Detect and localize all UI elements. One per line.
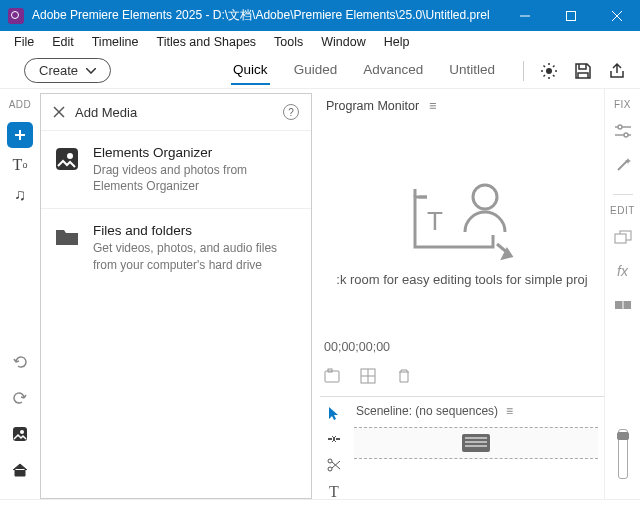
close-icon[interactable] xyxy=(53,106,65,118)
home-button[interactable] xyxy=(7,457,33,483)
menu-help[interactable]: Help xyxy=(376,33,418,51)
separator xyxy=(523,61,524,81)
svg-line-32 xyxy=(332,462,340,469)
right-sidebar: FIX EDIT fx xyxy=(604,89,640,499)
timecode[interactable]: 00;00;00;00 xyxy=(320,334,394,360)
close-button[interactable] xyxy=(594,0,640,31)
svg-point-31 xyxy=(328,467,332,471)
panel-menu-icon[interactable]: ≡ xyxy=(429,99,436,113)
tab-untitled[interactable]: Untitled xyxy=(447,56,497,85)
panel-menu-icon[interactable]: ≡ xyxy=(506,404,513,418)
minimize-button[interactable] xyxy=(502,0,548,31)
organizer-button[interactable] xyxy=(7,421,33,447)
separator xyxy=(613,194,633,195)
text-tool-icon[interactable]: T xyxy=(326,483,342,499)
svg-point-30 xyxy=(328,459,332,463)
menubar: File Edit Timeline Titles and Shapes Too… xyxy=(0,31,640,53)
edit-label: EDIT xyxy=(610,205,635,216)
window-title: Adobe Premiere Elements 2025 - D:\文档\Ado… xyxy=(32,7,502,24)
toolbar: Create Quick Guided Advanced Untitled xyxy=(0,53,640,89)
footer xyxy=(0,499,640,509)
svg-text:T: T xyxy=(427,206,443,236)
svg-line-10 xyxy=(553,75,555,77)
snapshot-icon[interactable] xyxy=(324,368,340,384)
tab-quick[interactable]: Quick xyxy=(231,56,270,85)
svg-line-9 xyxy=(544,65,546,67)
graphics-button[interactable] xyxy=(612,226,634,248)
svg-rect-1 xyxy=(567,11,576,20)
placeholder-art: T xyxy=(397,172,527,262)
adjust-button[interactable] xyxy=(612,120,634,142)
panel-title: Add Media xyxy=(75,105,137,120)
left-sidebar: ADD To ♫ xyxy=(0,89,40,499)
svg-line-33 xyxy=(332,461,340,468)
program-monitor-label: Program Monitor xyxy=(326,99,419,113)
center-area: Program Monitor ≡ T :k room for easy edi… xyxy=(312,89,604,499)
trash-icon[interactable] xyxy=(396,368,412,384)
add-title-button[interactable]: To xyxy=(7,152,33,178)
brightness-icon[interactable] xyxy=(540,62,558,80)
create-label: Create xyxy=(39,63,78,78)
select-tool-icon[interactable] xyxy=(326,405,342,421)
clip-placeholder[interactable] xyxy=(462,434,490,452)
media-source-title: Elements Organizer xyxy=(93,145,299,160)
tab-guided[interactable]: Guided xyxy=(292,56,340,85)
fix-label: FIX xyxy=(614,99,631,110)
undo-button[interactable] xyxy=(7,349,33,375)
svg-rect-40 xyxy=(615,234,626,243)
titlebar: Adobe Premiere Elements 2025 - D:\文档\Ado… xyxy=(0,0,640,31)
svg-rect-23 xyxy=(325,371,339,382)
menu-file[interactable]: File xyxy=(6,33,42,51)
svg-point-36 xyxy=(618,125,622,129)
add-media-button[interactable] xyxy=(7,122,33,148)
menu-window[interactable]: Window xyxy=(313,33,373,51)
media-source-desc: Get videos, photos, and audio files from… xyxy=(93,240,299,272)
program-hint: :k room for easy editing tools for simpl… xyxy=(330,272,593,287)
svg-point-20 xyxy=(67,153,73,159)
fx-button[interactable]: fx xyxy=(612,260,634,282)
tab-advanced[interactable]: Advanced xyxy=(361,56,425,85)
help-icon[interactable]: ? xyxy=(283,104,299,120)
timeline: T Sceneline: (no sequences) ≡ xyxy=(320,396,604,499)
share-icon[interactable] xyxy=(608,62,626,80)
save-icon[interactable] xyxy=(574,62,592,80)
menu-timeline[interactable]: Timeline xyxy=(84,33,147,51)
media-source-organizer[interactable]: Elements Organizer Drag videos and photo… xyxy=(41,130,311,208)
redo-button[interactable] xyxy=(7,385,33,411)
menu-tools[interactable]: Tools xyxy=(266,33,311,51)
svg-point-4 xyxy=(546,68,552,74)
folder-icon xyxy=(53,223,81,251)
organizer-icon xyxy=(53,145,81,173)
app-icon xyxy=(8,8,24,24)
chevron-down-icon xyxy=(86,68,96,74)
add-media-panel: Add Media ? Elements Organizer Drag vide… xyxy=(40,93,312,499)
timeline-track[interactable] xyxy=(354,427,598,459)
svg-line-11 xyxy=(544,75,546,77)
menu-edit[interactable]: Edit xyxy=(44,33,82,51)
transitions-button[interactable] xyxy=(612,294,634,316)
svg-point-16 xyxy=(20,430,24,434)
add-label: ADD xyxy=(9,99,32,110)
trim-tool-icon[interactable] xyxy=(326,431,342,447)
svg-point-37 xyxy=(624,133,628,137)
add-music-button[interactable]: ♫ xyxy=(7,182,33,208)
media-source-title: Files and folders xyxy=(93,223,299,238)
create-button[interactable]: Create xyxy=(24,58,111,83)
media-source-files[interactable]: Files and folders Get videos, photos, an… xyxy=(41,208,311,286)
scissors-icon[interactable] xyxy=(326,457,342,473)
menu-titles[interactable]: Titles and Shapes xyxy=(148,33,264,51)
maximize-button[interactable] xyxy=(548,0,594,31)
zoom-slider[interactable] xyxy=(618,429,628,479)
fx-wand-button[interactable] xyxy=(612,154,634,176)
media-source-desc: Drag videos and photos from Elements Org… xyxy=(93,162,299,194)
svg-line-12 xyxy=(553,65,555,67)
grid-icon[interactable] xyxy=(360,368,376,384)
sceneline-label: Sceneline: (no sequences) xyxy=(356,404,498,418)
svg-point-21 xyxy=(473,185,497,209)
